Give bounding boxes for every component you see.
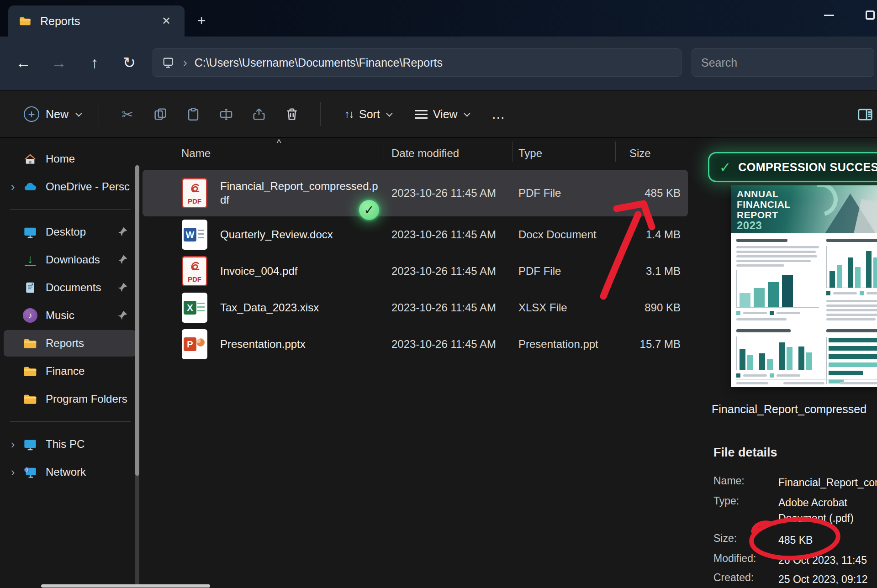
pin-icon (117, 254, 128, 265)
preview-chart-bar (855, 267, 861, 288)
sidebar-divider (10, 209, 131, 210)
preview-chart-bar (829, 338, 877, 342)
tab-title: Reports (40, 15, 157, 28)
sidebar-item-onedrive[interactable]: › OneDrive - Persc (4, 173, 136, 200)
column-header-type[interactable]: Type (518, 147, 542, 160)
search-input[interactable] (701, 56, 865, 69)
new-button[interactable]: + New (17, 102, 87, 126)
word-letter: W (184, 228, 196, 242)
file-explorer-window: Reports ✕ + ← → ↑ ↻ › C:\Users\Username\… (0, 0, 877, 588)
copy-button[interactable] (148, 101, 173, 127)
sidebar-item-downloads[interactable]: ↓ Downloads (4, 247, 136, 273)
preview-chart-bar (767, 359, 773, 370)
pdf-file-icon: PDF (182, 178, 207, 208)
file-name: Presentation.pptx (220, 337, 381, 351)
sidebar-item-label: Reports (46, 337, 136, 350)
sidebar-item-label: Program Folders (46, 393, 136, 405)
sidebar-item-label: This PC (46, 438, 136, 451)
new-tab-button[interactable]: + (192, 12, 211, 30)
scrollbar-thumb[interactable] (135, 165, 139, 476)
column-header-size[interactable]: Size (629, 147, 651, 160)
sidebar-item-home[interactable]: Home (4, 146, 136, 172)
minimize-button[interactable] (816, 4, 842, 26)
sidebar-item-this-pc[interactable]: › This PC (4, 431, 136, 457)
view-button[interactable]: View (409, 103, 474, 126)
rename-icon (218, 106, 234, 122)
detail-label: Created: (713, 572, 778, 587)
toolbar-separator (320, 102, 321, 126)
preview-chart-bar (848, 257, 853, 288)
sort-icon: ↑↓ (344, 108, 354, 121)
preview-chart-bar (829, 271, 835, 288)
preview-chart-bar (829, 354, 877, 359)
file-list: ^ Name Date modified Type Size PDF Finan… (143, 137, 688, 588)
close-tab-icon[interactable]: ✕ (157, 13, 175, 29)
column-header-date-modified[interactable]: Date modified (391, 147, 459, 160)
up-button[interactable]: ↑ (80, 48, 109, 77)
breadcrumb[interactable]: C:\Users\Username\Documents\Finance\Repo… (195, 56, 443, 69)
detail-value: 485 KB (778, 532, 877, 548)
expand-chevron-icon[interactable]: › (4, 180, 22, 194)
sort-button[interactable]: ↑↓ Sort (339, 103, 396, 126)
search-box[interactable] (692, 48, 874, 77)
column-header-name[interactable]: Name (181, 147, 211, 160)
sidebar-item-finance[interactable]: Finance (4, 358, 136, 384)
sidebar-item-label: Home (46, 152, 136, 165)
column-divider[interactable] (615, 142, 616, 162)
delete-button[interactable] (279, 101, 305, 127)
sidebar-item-documents[interactable]: Documents (4, 274, 136, 301)
sidebar-item-label: Documents (46, 281, 114, 294)
file-row-quarterly-review[interactable]: W Quarterly_Review.docx 2023-10-26 11:45… (143, 216, 688, 253)
preview-section-equity (826, 239, 877, 323)
chevron-down-icon (464, 110, 470, 117)
details-pane-button[interactable] (854, 104, 876, 126)
forward-button[interactable]: → (45, 48, 73, 77)
file-row-invoice[interactable]: PDF Invoice_004.pdf 2023-10-26 11:45 AM … (143, 253, 688, 289)
file-type: PDF File (518, 187, 561, 200)
column-divider[interactable] (512, 142, 513, 162)
detail-row-size: Size: 485 KB (713, 532, 877, 548)
sidebar-item-desktop[interactable]: Desktop (4, 219, 136, 245)
address-bar[interactable]: › C:\Users\Username\Documents\Finance\Re… (153, 48, 682, 77)
rename-button[interactable] (213, 101, 239, 127)
doc-lines (198, 230, 204, 240)
column-divider[interactable] (384, 142, 384, 162)
detail-row-modified: Modified: 26 Oct 2023, 11:45 (713, 552, 877, 568)
maximize-button[interactable] (857, 4, 877, 26)
plus-icon: + (24, 106, 39, 122)
column-header-row: ^ Name Date modified Type Size (143, 137, 688, 166)
paste-button[interactable] (180, 101, 206, 127)
cut-button[interactable]: ✂ (115, 101, 140, 127)
preview-grouped-bar-chart (826, 246, 877, 288)
folder-icon (22, 363, 38, 379)
more-options-button[interactable]: … (485, 105, 512, 124)
expand-chevron-icon[interactable]: › (4, 437, 22, 452)
sidebar-item-network[interactable]: › Network (4, 459, 136, 485)
sidebar-scrollbar[interactable] (135, 165, 139, 585)
trash-icon (284, 106, 300, 122)
detail-value: Financial_Report_compressed (778, 475, 877, 490)
maximize-icon (866, 10, 875, 20)
file-size: 3.1 MB (646, 265, 681, 278)
share-button[interactable] (246, 101, 272, 127)
sidebar-item-program-folders[interactable]: Program Folders (4, 386, 136, 412)
share-icon (251, 106, 267, 122)
back-button[interactable]: ← (9, 48, 37, 77)
scissors-icon: ✂ (122, 106, 133, 122)
file-row-tax-data[interactable]: X Tax_Data_2023.xisx 2023-10-26 11:45 AM… (143, 289, 688, 326)
tab-reports[interactable]: Reports ✕ (8, 5, 185, 37)
sidebar-item-music[interactable]: ♪ Music (4, 302, 136, 329)
onedrive-cloud-icon (22, 178, 38, 195)
preview-chart-bar (873, 257, 877, 288)
powerpoint-file-icon: P (182, 329, 207, 359)
file-row-financial-report[interactable]: PDF Financial_Report_compressed.pdf 2023… (143, 170, 688, 216)
sidebar-item-reports[interactable]: Reports (4, 330, 136, 357)
music-note-glyph: ♪ (28, 311, 32, 320)
refresh-button[interactable]: ↻ (115, 48, 143, 77)
preview-section-financial-reporting (736, 239, 819, 323)
view-label: View (433, 108, 458, 121)
file-row-presentation[interactable]: P Presentation.pptx 2023-10-26 11:45 AM … (143, 326, 688, 362)
expand-chevron-icon[interactable]: › (4, 465, 22, 479)
this-pc-icon (161, 56, 175, 69)
sidebar-divider (10, 421, 131, 422)
